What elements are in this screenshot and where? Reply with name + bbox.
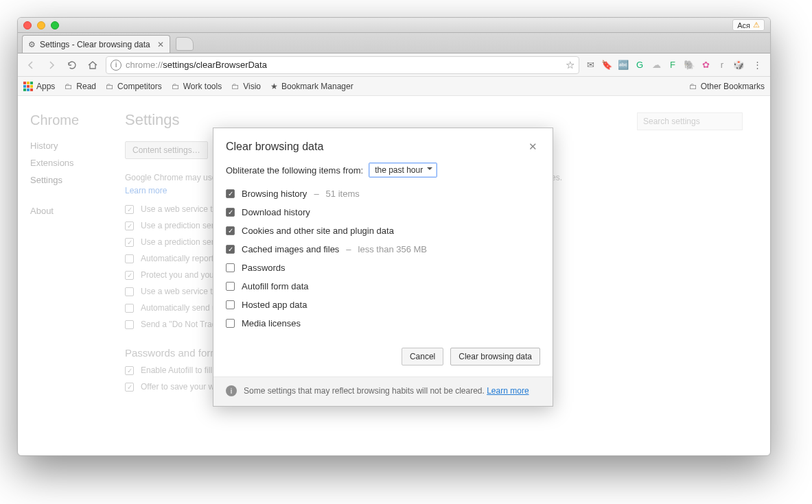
tab-title: Settings - Clear browsing data	[40, 40, 150, 49]
close-dialog-button[interactable]: ✕	[526, 139, 540, 154]
minimize-window-button[interactable]	[37, 21, 45, 29]
checkbox-icon[interactable]	[226, 263, 235, 272]
bookmark-folder[interactable]: 🗀Read	[65, 82, 96, 91]
apps-icon	[23, 82, 33, 91]
gear-icon: ⚙	[28, 40, 36, 49]
profile-name: Ася	[737, 21, 750, 29]
item-label: Cookies and other site and plugin data	[242, 226, 394, 236]
item-detail: 51 items	[326, 189, 360, 199]
checkbox-icon[interactable]	[226, 189, 235, 198]
extension-icon[interactable]: r	[717, 60, 728, 71]
bookmarks-bar: Apps 🗀Read🗀Competitors🗀Work tools🗀Visio …	[18, 77, 770, 96]
other-bookmarks[interactable]: 🗀 Other Bookmarks	[689, 82, 765, 91]
folder-icon: 🗀	[689, 82, 697, 91]
home-button[interactable]	[85, 58, 100, 73]
extension-icon[interactable]: ✿	[700, 60, 711, 71]
checkbox-icon[interactable]	[226, 319, 235, 328]
time-range-select[interactable]: the past hour	[369, 163, 437, 178]
bookmark-manager-link[interactable]: ★ Bookmark Manager	[270, 82, 353, 91]
dialog-info-footer: i Some settings that may reflect browsin…	[213, 377, 553, 406]
modal-scrim: Clear browsing data ✕ Obliterate the fol…	[18, 96, 770, 455]
url-text: chrome://settings/clearBrowserData	[126, 60, 561, 70]
zoom-window-button[interactable]	[51, 21, 59, 29]
extension-icon[interactable]: 🐘	[684, 60, 695, 71]
bookmark-label: Other Bookmarks	[701, 82, 765, 91]
item-label: Passwords	[242, 263, 286, 273]
bookmark-label: Read	[76, 82, 96, 91]
extension-icon[interactable]: ✉	[585, 60, 596, 71]
bookmark-star-icon[interactable]: ☆	[566, 59, 575, 71]
item-label: Cached images and files	[242, 244, 339, 254]
item-label: Media licenses	[242, 318, 301, 328]
extension-icon[interactable]: 🔤	[618, 60, 629, 71]
clear-data-item[interactable]: Passwords	[226, 259, 540, 277]
star-icon: ★	[270, 82, 278, 91]
learn-more-link[interactable]: Learn more	[487, 386, 529, 396]
clear-data-item[interactable]: Autofill form data	[226, 277, 540, 296]
bookmark-label: Visio	[243, 82, 261, 91]
new-tab-button[interactable]	[176, 37, 194, 51]
apps-label: Apps	[36, 82, 55, 91]
checkbox-icon[interactable]	[226, 208, 235, 217]
omnibox[interactable]: i chrome://settings/clearBrowserData ☆	[106, 56, 579, 74]
bookmark-label: Work tools	[183, 82, 222, 91]
toolbar: i chrome://settings/clearBrowserData ☆ ✉…	[18, 53, 770, 77]
titlebar: Ася ⚠	[18, 18, 770, 33]
cancel-button[interactable]: Cancel	[402, 348, 443, 365]
reload-button[interactable]	[65, 58, 80, 73]
profile-badge[interactable]: Ася ⚠	[732, 19, 765, 31]
checkbox-icon[interactable]	[226, 226, 235, 235]
extension-icon[interactable]: G	[634, 60, 645, 71]
extension-icon[interactable]: 🔖	[601, 60, 612, 71]
content-area: Chrome HistoryExtensionsSettingsAbout Se…	[18, 96, 770, 455]
item-label: Browsing history	[242, 189, 307, 199]
folder-icon: 🗀	[172, 82, 180, 91]
tab-strip: ⚙ Settings - Clear browsing data ✕	[18, 33, 770, 53]
clear-data-item[interactable]: Download history	[226, 203, 540, 221]
checkbox-icon[interactable]	[226, 245, 235, 254]
forward-button[interactable]	[44, 58, 59, 73]
item-label: Autofill form data	[242, 281, 309, 291]
folder-icon: 🗀	[65, 82, 73, 91]
extension-icon[interactable]: ☁	[651, 60, 662, 71]
folder-icon: 🗀	[106, 82, 114, 91]
info-icon: i	[226, 385, 237, 396]
bookmark-folder[interactable]: 🗀Visio	[231, 82, 261, 91]
clear-browsing-data-dialog: Clear browsing data ✕ Obliterate the fol…	[213, 128, 553, 407]
clear-data-item[interactable]: Browsing history – 51 items	[226, 184, 540, 203]
time-range-label: Obliterate the following items from:	[226, 165, 363, 176]
site-info-icon[interactable]: i	[111, 60, 121, 71]
extension-icons: ✉🔖🔤G☁F🐘✿r🎲	[585, 60, 744, 71]
back-button[interactable]	[23, 58, 38, 73]
bookmark-label: Bookmark Manager	[281, 82, 353, 91]
close-window-button[interactable]	[23, 21, 32, 29]
item-label: Download history	[242, 207, 310, 217]
clear-data-item[interactable]: Hosted app data	[226, 296, 540, 314]
folder-icon: 🗀	[231, 82, 240, 91]
close-tab-icon[interactable]: ✕	[157, 40, 164, 49]
bookmark-folder[interactable]: 🗀Competitors	[106, 82, 162, 91]
checkbox-icon[interactable]	[226, 300, 235, 309]
warning-icon: ⚠	[753, 21, 760, 29]
apps-shortcut[interactable]: Apps	[23, 82, 55, 91]
bookmark-label: Competitors	[117, 82, 162, 91]
clear-data-item[interactable]: Cookies and other site and plugin data	[226, 221, 540, 240]
clear-data-item[interactable]: Media licenses	[226, 314, 540, 333]
menu-button[interactable]: ⋮	[750, 58, 765, 73]
item-label: Hosted app data	[242, 300, 307, 310]
clear-data-item[interactable]: Cached images and files – less than 356 …	[226, 240, 540, 259]
browser-window: Ася ⚠ ⚙ Settings - Clear browsing data ✕…	[17, 17, 771, 456]
checkbox-icon[interactable]	[226, 282, 235, 291]
item-detail: less than 356 MB	[358, 244, 427, 254]
window-controls	[23, 21, 59, 29]
clear-data-button[interactable]: Clear browsing data	[450, 348, 540, 365]
bookmark-folder[interactable]: 🗀Work tools	[172, 82, 222, 91]
dialog-title: Clear browsing data	[226, 141, 323, 153]
extension-icon[interactable]: F	[667, 60, 678, 71]
tab-settings[interactable]: ⚙ Settings - Clear browsing data ✕	[22, 35, 170, 53]
extension-icon[interactable]: 🎲	[733, 60, 744, 71]
